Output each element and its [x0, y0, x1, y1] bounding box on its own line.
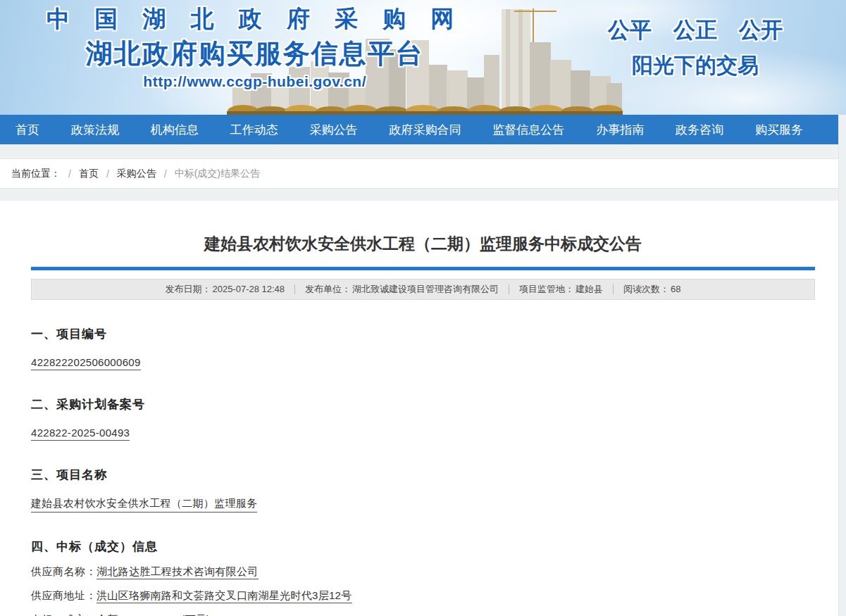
site-slogan: 公平 公正 公开 阳光下的交易 — [608, 15, 783, 80]
award-amount-row: 中标（成交）金额：90.000000(万元) — [31, 612, 815, 616]
article-meta-bar: 发布日期：2025-07-28 12:48 发布单位：湖北致诚建设项目管理咨询有… — [31, 279, 815, 300]
nav-item-procurement-notices[interactable]: 采购公告 — [310, 122, 358, 138]
breadcrumb-separator: / — [106, 168, 109, 180]
section-plan-record-number: 二、采购计划备案号 422822-2025-00493 — [31, 396, 815, 441]
meta-divider — [613, 284, 614, 294]
meta-divider — [509, 284, 509, 294]
meta-supervision-region: 项目监管地：建始县 — [519, 283, 603, 296]
title-divider-rule — [31, 267, 815, 270]
meta-publish-unit: 发布单位：湖北致诚建设项目管理咨询有限公司 — [305, 283, 499, 296]
meta-publish-date: 发布日期：2025-07-28 12:48 — [165, 283, 285, 296]
breadcrumb-label: 当前位置： — [11, 168, 61, 180]
breadcrumb-separator: / — [68, 168, 71, 180]
supplier-address-row: 供应商地址：洪山区珞狮南路和文荟路交叉口南湖星光时代3层12号 — [31, 588, 815, 603]
award-amount-value: 90.000000(万元) — [130, 613, 211, 616]
nav-item-policies[interactable]: 政策法规 — [71, 122, 119, 138]
nav-item-home[interactable]: 首页 — [15, 122, 39, 138]
nav-item-service-guide[interactable]: 办事指南 — [596, 122, 644, 138]
article-content: 建始县农村饮水安全供水工程（二期）监理服务中标成交公告 发布日期：2025-07… — [0, 233, 846, 616]
section-heading: 一、项目编号 — [31, 326, 815, 342]
nav-item-supervision-notices[interactable]: 监督信息公告 — [492, 122, 564, 138]
plan-record-number-value: 422822-2025-00493 — [31, 427, 130, 441]
breadcrumb-item-current: 中标(成交)结果公告 — [175, 168, 260, 180]
main-navbar: 首页 政策法规 机构信息 工作动态 采购公告 政府采购合同 监督信息公告 办事指… — [0, 115, 838, 144]
slogan-line1: 公平 公正 公开 — [608, 15, 783, 45]
meta-read-count: 阅读次数：68 — [623, 283, 680, 296]
award-info-rows: 供应商名称：湖北路达胜工程技术咨询有限公司 供应商地址：洪山区珞狮南路和文荟路交… — [31, 564, 815, 616]
breadcrumb-item-procurement-notices[interactable]: 采购公告 — [117, 168, 156, 180]
site-logo[interactable]: 中 国 湖 北 政 府 采 购 网 湖北政府购买服务信息平台 http://ww… — [46, 4, 463, 90]
nav-item-gov-contracts[interactable]: 政府采购合同 — [389, 122, 461, 138]
project-number-value: 422822202506000609 — [31, 356, 141, 370]
site-url: http://www.ccgp-hubei.gov.cn/ — [46, 73, 463, 90]
nav-item-work-news[interactable]: 工作动态 — [230, 122, 278, 138]
supplier-name-value: 湖北路达胜工程技术咨询有限公司 — [97, 565, 259, 579]
section-heading: 四、中标（成交）信息 — [31, 539, 815, 555]
meta-divider — [294, 284, 295, 294]
site-name-line2: 湖北政府购买服务信息平台 — [46, 36, 463, 72]
nav-item-org-info[interactable]: 机构信息 — [151, 122, 199, 138]
supplier-name-row: 供应商名称：湖北路达胜工程技术咨询有限公司 — [31, 564, 815, 579]
section-heading: 二、采购计划备案号 — [31, 396, 815, 413]
breadcrumb-item-home[interactable]: 首页 — [79, 168, 99, 180]
section-project-name: 三、项目名称 建始县农村饮水安全供水工程（二期）监理服务 — [31, 467, 815, 513]
nav-item-buy-services[interactable]: 购买服务 — [755, 122, 803, 138]
page-title: 建始县农村饮水安全供水工程（二期）监理服务中标成交公告 — [31, 233, 815, 255]
supplier-address-value: 洪山区珞狮南路和文荟路交叉口南湖星光时代3层12号 — [97, 589, 352, 603]
site-name-line1: 中 国 湖 北 政 府 采 购 网 — [46, 4, 463, 35]
project-name-value: 建始县农村饮水安全供水工程（二期）监理服务 — [31, 497, 257, 513]
section-award-info: 四、中标（成交）信息 供应商名称：湖北路达胜工程技术咨询有限公司 供应商地址：洪… — [31, 539, 815, 616]
slogan-line2: 阳光下的交易 — [608, 51, 783, 80]
section-heading: 三、项目名称 — [31, 467, 815, 483]
breadcrumb-separator: / — [164, 168, 167, 180]
divider-strip-top — [0, 144, 838, 158]
divider-strip-bottom — [0, 189, 838, 201]
breadcrumb: 当前位置： / 首页 / 采购公告 / 中标(成交)结果公告 — [0, 158, 838, 189]
section-project-number: 一、项目编号 422822202506000609 — [31, 326, 815, 370]
site-header-banner: 中 国 湖 北 政 府 采 购 网 湖北政府购买服务信息平台 http://ww… — [0, 0, 846, 115]
scrollbar-track[interactable] — [838, 115, 846, 616]
nav-item-gov-consult[interactable]: 政务咨询 — [676, 122, 723, 138]
